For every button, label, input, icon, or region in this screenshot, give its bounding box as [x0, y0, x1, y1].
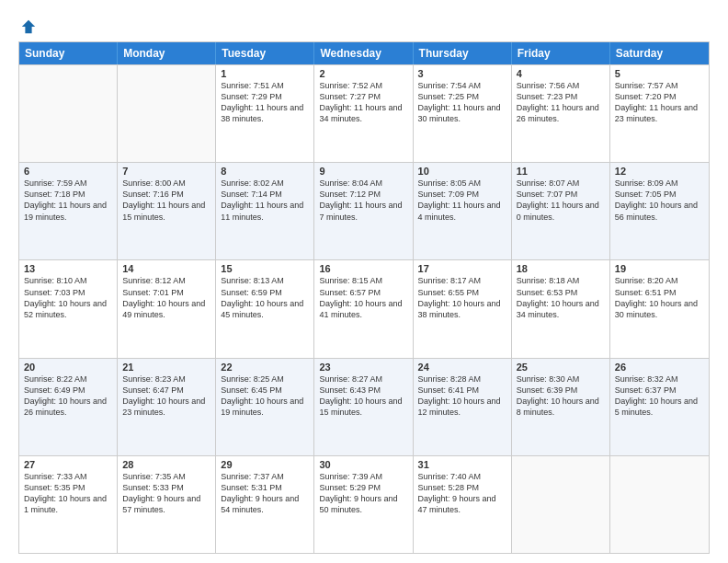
day-number: 19 [615, 263, 704, 274]
page: SundayMondayTuesdayWednesdayThursdayFrid… [0, 0, 728, 563]
day-info: Sunrise: 8:09 AM Sunset: 7:05 PM Dayligh… [615, 178, 704, 223]
calendar: SundayMondayTuesdayWednesdayThursdayFrid… [18, 41, 710, 554]
day-info: Sunrise: 8:18 AM Sunset: 6:53 PM Dayligh… [517, 275, 605, 320]
day-info: Sunrise: 8:05 AM Sunset: 7:09 PM Dayligh… [418, 178, 506, 223]
day-info: Sunrise: 7:57 AM Sunset: 7:20 PM Dayligh… [615, 80, 704, 125]
day-number: 5 [615, 68, 704, 79]
day-info: Sunrise: 8:23 AM Sunset: 6:47 PM Dayligh… [122, 373, 210, 419]
day-info: Sunrise: 8:27 AM Sunset: 6:43 PM Dayligh… [319, 373, 407, 419]
cal-cell-3-1: 13Sunrise: 8:10 AM Sunset: 7:03 PM Dayli… [19, 260, 118, 357]
header [18, 17, 710, 32]
cal-header-monday: Monday [118, 42, 216, 64]
cal-cell-1-5: 3Sunrise: 7:54 AM Sunset: 7:25 PM Daylig… [414, 65, 512, 162]
day-number: 30 [319, 459, 407, 470]
cal-cell-4-3: 22Sunrise: 8:25 AM Sunset: 6:45 PM Dayli… [216, 359, 314, 455]
cal-cell-5-3: 29Sunrise: 7:37 AM Sunset: 5:31 PM Dayli… [216, 456, 314, 553]
cal-cell-5-4: 30Sunrise: 7:39 AM Sunset: 5:29 PM Dayli… [314, 456, 413, 553]
cal-cell-1-2 [118, 65, 216, 162]
cal-cell-3-4: 16Sunrise: 8:15 AM Sunset: 6:57 PM Dayli… [314, 260, 413, 357]
cal-header-tuesday: Tuesday [216, 42, 314, 64]
cal-cell-4-2: 21Sunrise: 8:23 AM Sunset: 6:47 PM Dayli… [118, 359, 216, 455]
cal-cell-3-5: 17Sunrise: 8:17 AM Sunset: 6:55 PM Dayli… [414, 260, 512, 357]
day-number: 17 [418, 263, 506, 274]
day-number: 15 [221, 263, 309, 274]
cal-cell-2-3: 8Sunrise: 8:02 AM Sunset: 7:14 PM Daylig… [216, 163, 314, 259]
cal-cell-1-4: 2Sunrise: 7:52 AM Sunset: 7:27 PM Daylig… [314, 65, 413, 162]
day-info: Sunrise: 8:15 AM Sunset: 6:57 PM Dayligh… [319, 275, 407, 320]
day-number: 11 [517, 166, 605, 177]
day-number: 6 [24, 166, 112, 177]
day-info: Sunrise: 8:25 AM Sunset: 6:45 PM Dayligh… [221, 373, 309, 419]
day-info: Sunrise: 8:17 AM Sunset: 6:55 PM Dayligh… [418, 275, 506, 320]
cal-cell-1-6: 4Sunrise: 7:56 AM Sunset: 7:23 PM Daylig… [512, 65, 610, 162]
day-number: 29 [221, 459, 309, 470]
day-number: 28 [122, 459, 210, 470]
cal-cell-5-7 [610, 456, 709, 553]
cal-cell-3-6: 18Sunrise: 8:18 AM Sunset: 6:53 PM Dayli… [512, 260, 610, 357]
cal-cell-4-6: 25Sunrise: 8:30 AM Sunset: 6:39 PM Dayli… [512, 359, 610, 455]
day-info: Sunrise: 8:30 AM Sunset: 6:39 PM Dayligh… [517, 373, 605, 419]
day-number: 26 [615, 362, 704, 373]
day-info: Sunrise: 8:12 AM Sunset: 7:01 PM Dayligh… [122, 275, 210, 320]
cal-week-3: 13Sunrise: 8:10 AM Sunset: 7:03 PM Dayli… [19, 259, 709, 357]
day-number: 8 [221, 166, 309, 177]
day-number: 9 [319, 166, 407, 177]
day-info: Sunrise: 8:07 AM Sunset: 7:07 PM Dayligh… [517, 178, 605, 223]
cal-week-2: 6Sunrise: 7:59 AM Sunset: 7:18 PM Daylig… [19, 162, 709, 259]
day-number: 27 [24, 459, 112, 470]
day-info: Sunrise: 7:54 AM Sunset: 7:25 PM Dayligh… [418, 80, 506, 125]
day-info: Sunrise: 7:51 AM Sunset: 7:29 PM Dayligh… [221, 80, 309, 125]
calendar-header-row: SundayMondayTuesdayWednesdayThursdayFrid… [19, 42, 709, 64]
day-info: Sunrise: 8:20 AM Sunset: 6:51 PM Dayligh… [615, 275, 704, 320]
day-info: Sunrise: 8:22 AM Sunset: 6:49 PM Dayligh… [24, 373, 112, 419]
cal-cell-1-1 [19, 65, 118, 162]
cal-cell-4-7: 26Sunrise: 8:32 AM Sunset: 6:37 PM Dayli… [610, 359, 709, 455]
cal-week-4: 20Sunrise: 8:22 AM Sunset: 6:49 PM Dayli… [19, 358, 709, 455]
day-info: Sunrise: 8:00 AM Sunset: 7:16 PM Dayligh… [122, 178, 210, 223]
day-number: 10 [418, 166, 506, 177]
day-info: Sunrise: 7:33 AM Sunset: 5:35 PM Dayligh… [24, 471, 112, 516]
day-info: Sunrise: 7:37 AM Sunset: 5:31 PM Dayligh… [221, 471, 309, 516]
day-number: 1 [221, 68, 309, 79]
cal-week-1: 1Sunrise: 7:51 AM Sunset: 7:29 PM Daylig… [19, 64, 709, 162]
cal-header-friday: Friday [512, 42, 610, 64]
cal-cell-2-5: 10Sunrise: 8:05 AM Sunset: 7:09 PM Dayli… [414, 163, 512, 259]
day-number: 16 [319, 263, 407, 274]
day-number: 20 [24, 362, 112, 373]
day-number: 4 [517, 68, 605, 79]
cal-cell-5-2: 28Sunrise: 7:35 AM Sunset: 5:33 PM Dayli… [118, 456, 216, 553]
cal-cell-2-2: 7Sunrise: 8:00 AM Sunset: 7:16 PM Daylig… [118, 163, 216, 259]
cal-cell-2-4: 9Sunrise: 8:04 AM Sunset: 7:12 PM Daylig… [314, 163, 413, 259]
day-info: Sunrise: 8:13 AM Sunset: 6:59 PM Dayligh… [221, 275, 309, 320]
cal-cell-5-1: 27Sunrise: 7:33 AM Sunset: 5:35 PM Dayli… [19, 456, 118, 553]
day-number: 12 [615, 166, 704, 177]
day-info: Sunrise: 8:04 AM Sunset: 7:12 PM Dayligh… [319, 178, 407, 223]
cal-cell-2-6: 11Sunrise: 8:07 AM Sunset: 7:07 PM Dayli… [512, 163, 610, 259]
day-info: Sunrise: 7:56 AM Sunset: 7:23 PM Dayligh… [517, 80, 605, 125]
day-number: 7 [122, 166, 210, 177]
cal-cell-2-7: 12Sunrise: 8:09 AM Sunset: 7:05 PM Dayli… [610, 163, 709, 259]
logo-icon [20, 18, 37, 35]
cal-header-sunday: Sunday [19, 42, 118, 64]
day-info: Sunrise: 7:35 AM Sunset: 5:33 PM Dayligh… [122, 471, 210, 516]
day-info: Sunrise: 8:32 AM Sunset: 6:37 PM Dayligh… [615, 373, 704, 419]
day-number: 25 [517, 362, 605, 373]
cal-header-saturday: Saturday [610, 42, 709, 64]
cal-cell-4-1: 20Sunrise: 8:22 AM Sunset: 6:49 PM Dayli… [19, 359, 118, 455]
day-info: Sunrise: 7:40 AM Sunset: 5:28 PM Dayligh… [418, 471, 506, 516]
day-number: 23 [319, 362, 407, 373]
day-number: 18 [517, 263, 605, 274]
cal-week-5: 27Sunrise: 7:33 AM Sunset: 5:35 PM Dayli… [19, 455, 709, 553]
cal-header-wednesday: Wednesday [314, 42, 413, 64]
day-number: 2 [319, 68, 407, 79]
day-info: Sunrise: 7:59 AM Sunset: 7:18 PM Dayligh… [24, 178, 112, 223]
cal-cell-3-7: 19Sunrise: 8:20 AM Sunset: 6:51 PM Dayli… [610, 260, 709, 357]
day-info: Sunrise: 8:02 AM Sunset: 7:14 PM Dayligh… [221, 178, 309, 223]
day-number: 13 [24, 263, 112, 274]
day-number: 3 [418, 68, 506, 79]
day-info: Sunrise: 7:39 AM Sunset: 5:29 PM Dayligh… [319, 471, 407, 516]
day-number: 22 [221, 362, 309, 373]
day-number: 31 [418, 459, 506, 470]
day-info: Sunrise: 7:52 AM Sunset: 7:27 PM Dayligh… [319, 80, 407, 125]
logo [18, 17, 37, 32]
